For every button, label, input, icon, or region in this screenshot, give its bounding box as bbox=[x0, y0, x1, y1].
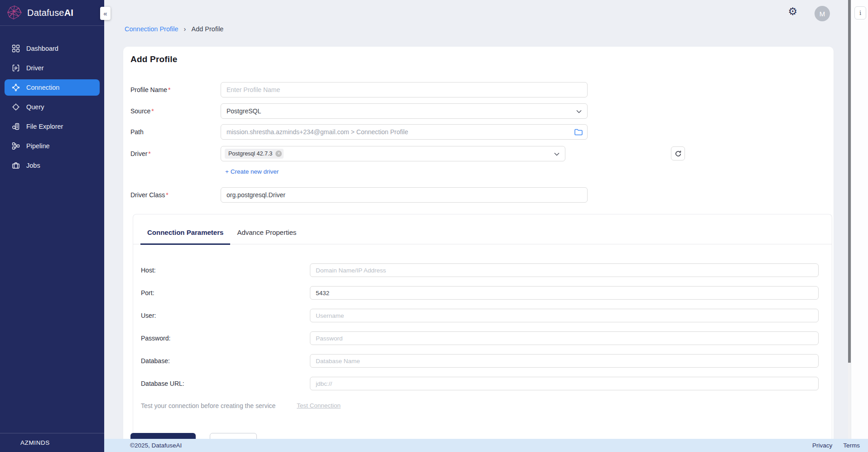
sidebar-item-label: Connection bbox=[26, 84, 59, 91]
pipeline-icon bbox=[12, 142, 20, 150]
breadcrumb: Connection Profile › Add Profile bbox=[125, 25, 223, 33]
path-label: Path bbox=[130, 124, 144, 140]
page-title: Add Profile bbox=[130, 54, 178, 64]
driver-label: Driver* bbox=[130, 146, 151, 161]
sidebar-item-label: Jobs bbox=[26, 162, 40, 169]
breadcrumb-current: Add Profile bbox=[192, 25, 224, 33]
sidebar-item-file-explorer[interactable]: File Explorer bbox=[0, 118, 104, 135]
test-connection-link[interactable]: Test Connection bbox=[297, 402, 341, 409]
driver-chip-label: Postgresql 42.7.3 bbox=[228, 151, 272, 157]
source-select[interactable]: PostgreSQL bbox=[221, 103, 588, 119]
connection-icon bbox=[12, 83, 20, 92]
add-profile-card: Add Profile Profile Name* Source* Postgr… bbox=[123, 47, 834, 446]
sidebar: DatafuseAI Dashboard Driver bbox=[0, 0, 104, 452]
sidebar-item-pipeline[interactable]: Pipeline bbox=[0, 138, 104, 154]
refresh-drivers-button[interactable] bbox=[671, 146, 685, 160]
user-avatar[interactable]: M bbox=[815, 6, 830, 21]
settings-gear-icon[interactable]: ⚙ bbox=[788, 6, 797, 17]
jobs-icon bbox=[12, 161, 20, 170]
sidebar-item-label: Driver bbox=[26, 64, 44, 72]
sidebar-item-connection[interactable]: Connection bbox=[5, 79, 100, 96]
brand-logo-row: DatafuseAI bbox=[0, 0, 104, 26]
user-input[interactable] bbox=[310, 309, 819, 322]
sidebar-item-label: File Explorer bbox=[26, 123, 63, 130]
source-label: Source* bbox=[130, 103, 154, 119]
port-input[interactable] bbox=[310, 286, 819, 300]
path-input[interactable] bbox=[221, 124, 588, 140]
sidebar-item-label: Pipeline bbox=[26, 142, 50, 150]
main-content: Connection Profile › Add Profile ⚙ M Add… bbox=[104, 0, 848, 439]
footer-bar: ©2025, DatafuseAI Privacy Terms bbox=[104, 439, 868, 452]
chip-remove-icon[interactable]: × bbox=[275, 151, 282, 157]
host-input[interactable] bbox=[310, 263, 819, 277]
refresh-icon bbox=[675, 150, 682, 157]
chevron-down-icon bbox=[576, 110, 582, 113]
avatar-initial: M bbox=[820, 10, 825, 18]
query-icon bbox=[12, 103, 20, 111]
database-url-input[interactable] bbox=[310, 377, 819, 390]
source-selected-value: PostgreSQL bbox=[227, 107, 261, 115]
database-input[interactable] bbox=[310, 354, 819, 368]
sidebar-item-query[interactable]: Query bbox=[0, 99, 104, 115]
brand-name: DatafuseAI bbox=[27, 8, 73, 18]
app-screen: DatafuseAI Dashboard Driver bbox=[0, 0, 868, 452]
password-label: Password: bbox=[141, 331, 170, 345]
chevron-down-icon bbox=[554, 152, 559, 156]
folder-icon[interactable] bbox=[574, 127, 583, 136]
test-connection-hint: Test your connection before creating the… bbox=[141, 402, 275, 409]
tab-connection-parameters[interactable]: Connection Parameters bbox=[140, 228, 230, 245]
sidebar-item-driver[interactable]: Driver bbox=[0, 60, 104, 76]
info-icon: i bbox=[859, 10, 861, 16]
sidebar-nav: Dashboard Driver Connection bbox=[0, 40, 104, 174]
right-widget-strip: i bbox=[851, 0, 868, 439]
profile-name-input[interactable] bbox=[221, 82, 588, 97]
sidebar-org-label: AZMINDS bbox=[0, 433, 104, 452]
sidebar-item-label: Query bbox=[26, 103, 44, 111]
driver-class-label: Driver Class* bbox=[130, 187, 169, 203]
driver-select[interactable]: Postgresql 42.7.3 × bbox=[221, 146, 565, 161]
tab-advance-properties[interactable]: Advance Properties bbox=[230, 228, 303, 245]
sidebar-collapse-button[interactable]: « bbox=[100, 7, 111, 20]
driver-icon bbox=[12, 64, 20, 72]
dashboard-grid-icon bbox=[12, 44, 20, 53]
brand-logo-icon bbox=[6, 5, 23, 20]
breadcrumb-connection-profile-link[interactable]: Connection Profile bbox=[125, 25, 178, 33]
info-button[interactable]: i bbox=[854, 6, 866, 19]
file-explorer-icon bbox=[12, 122, 20, 131]
chevron-right-icon: › bbox=[184, 25, 186, 33]
database-label: Database: bbox=[141, 354, 170, 368]
database-url-label: Database URL: bbox=[141, 377, 184, 390]
driver-chip: Postgresql 42.7.3 × bbox=[225, 149, 284, 159]
tabs: Connection Parameters Advance Properties bbox=[133, 214, 832, 244]
connection-tab-container: Connection Parameters Advance Properties… bbox=[133, 214, 832, 446]
collapse-chevrons-icon: « bbox=[103, 10, 107, 17]
copyright-text: ©2025, DatafuseAI bbox=[130, 442, 182, 449]
profile-name-label: Profile Name* bbox=[130, 82, 170, 97]
sidebar-item-dashboard[interactable]: Dashboard bbox=[0, 40, 104, 57]
user-label: User: bbox=[141, 309, 156, 322]
privacy-link[interactable]: Privacy bbox=[812, 442, 832, 449]
sidebar-item-label: Dashboard bbox=[26, 45, 58, 52]
host-label: Host: bbox=[141, 263, 156, 277]
password-input[interactable] bbox=[310, 331, 819, 345]
port-label: Port: bbox=[141, 286, 154, 300]
sidebar-item-jobs[interactable]: Jobs bbox=[0, 157, 104, 174]
create-new-driver-link[interactable]: + Create new driver bbox=[225, 168, 279, 175]
driver-class-input[interactable] bbox=[221, 187, 588, 203]
terms-link[interactable]: Terms bbox=[843, 442, 860, 449]
